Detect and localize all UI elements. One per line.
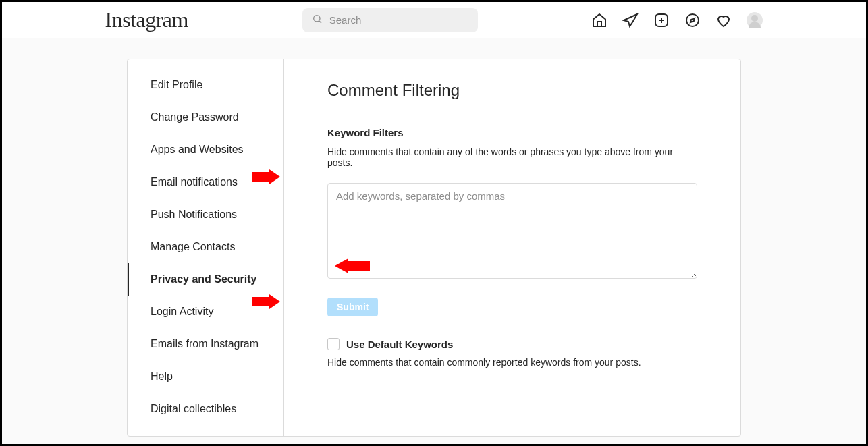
keywords-input[interactable] xyxy=(327,183,697,279)
svg-marker-6 xyxy=(690,18,695,22)
settings-panel: Edit Profile Change Password Apps and We… xyxy=(127,59,741,437)
sidebar-item-manage-contacts[interactable]: Manage Contacts xyxy=(128,231,283,263)
default-keywords-checkbox[interactable] xyxy=(327,338,340,350)
settings-main: Comment Filtering Keyword Filters Hide c… xyxy=(284,59,740,436)
sidebar-item-digital-collectibles[interactable]: Digital collectibles xyxy=(128,393,283,425)
sidebar-item-emails-from-instagram[interactable]: Emails from Instagram xyxy=(128,328,283,360)
new-post-icon[interactable] xyxy=(653,12,670,28)
keyword-filters-description: Hide comments that contain any of the wo… xyxy=(327,146,697,168)
explore-icon[interactable] xyxy=(684,12,701,28)
sidebar-item-apps-websites[interactable]: Apps and Websites xyxy=(128,134,283,166)
svg-line-1 xyxy=(319,21,321,23)
sidebar-item-change-password[interactable]: Change Password xyxy=(128,101,283,134)
messages-icon[interactable] xyxy=(622,12,639,28)
sidebar-item-edit-profile[interactable]: Edit Profile xyxy=(128,69,283,101)
settings-sidebar: Edit Profile Change Password Apps and We… xyxy=(128,59,284,436)
avatar[interactable] xyxy=(747,12,763,28)
submit-button[interactable]: Submit xyxy=(327,298,378,316)
instagram-logo[interactable]: Instagram xyxy=(105,7,188,32)
sidebar-item-push-notifications[interactable]: Push Notifications xyxy=(128,198,283,231)
page-title: Comment Filtering xyxy=(327,81,697,100)
search-wrap xyxy=(302,8,478,32)
top-nav-inner: Instagram xyxy=(105,7,763,32)
sidebar-item-email-notifications[interactable]: Email notifications xyxy=(128,166,283,198)
home-icon[interactable] xyxy=(591,12,607,28)
nav-icons xyxy=(591,12,763,28)
search-input[interactable] xyxy=(302,8,478,32)
search-icon xyxy=(312,13,323,27)
keyword-filters-heading: Keyword Filters xyxy=(327,127,697,138)
svg-point-0 xyxy=(313,15,319,21)
svg-point-5 xyxy=(686,14,699,26)
default-keywords-description: Hide comments that contain commonly repo… xyxy=(327,357,697,368)
sidebar-item-login-activity[interactable]: Login Activity xyxy=(128,296,283,328)
sidebar-item-privacy-security[interactable]: Privacy and Security xyxy=(128,263,283,296)
default-keywords-row: Use Default Keywords xyxy=(327,338,697,350)
default-keywords-label: Use Default Keywords xyxy=(346,339,453,350)
top-nav: Instagram xyxy=(2,2,866,38)
sidebar-item-help[interactable]: Help xyxy=(128,360,283,393)
activity-icon[interactable] xyxy=(715,12,732,28)
